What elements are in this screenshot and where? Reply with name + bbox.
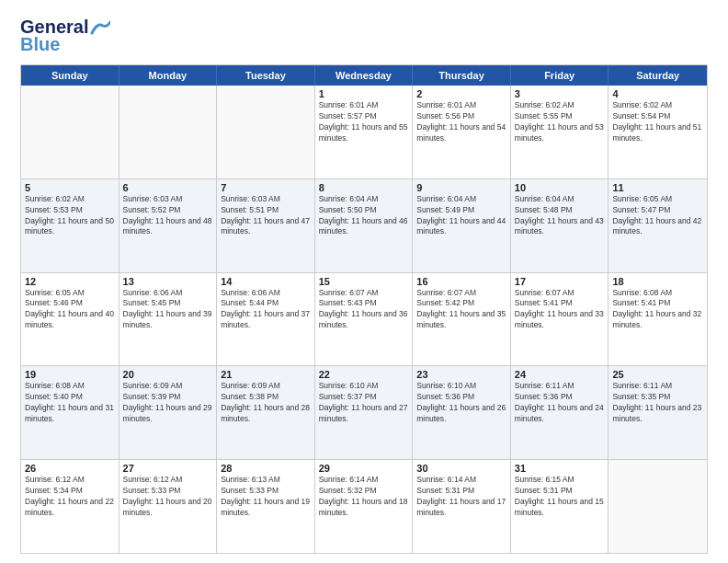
calendar-cell-r1-c2: 7 Sunrise: 6:03 AM Sunset: 5:51 PM Dayli…	[217, 179, 315, 272]
cell-info: Sunrise: 6:06 AM Sunset: 5:45 PM Dayligh…	[123, 288, 213, 332]
logo: General Blue	[20, 17, 110, 55]
day-number: 22	[319, 369, 409, 380]
cell-info: Sunrise: 6:04 AM Sunset: 5:49 PM Dayligh…	[416, 194, 506, 238]
calendar-cell-r3-c6: 25 Sunrise: 6:11 AM Sunset: 5:35 PM Dayl…	[609, 366, 707, 459]
day-number: 23	[416, 369, 506, 380]
day-number: 10	[515, 182, 605, 193]
cell-info: Sunrise: 6:07 AM Sunset: 5:41 PM Dayligh…	[515, 288, 605, 332]
calendar-row-3: 19 Sunrise: 6:08 AM Sunset: 5:40 PM Dayl…	[21, 366, 707, 460]
day-number: 27	[123, 463, 213, 474]
day-number: 7	[221, 182, 311, 193]
calendar-row-4: 26 Sunrise: 6:12 AM Sunset: 5:34 PM Dayl…	[21, 460, 707, 553]
cell-info: Sunrise: 6:12 AM Sunset: 5:33 PM Dayligh…	[123, 475, 213, 519]
cell-info: Sunrise: 6:03 AM Sunset: 5:51 PM Dayligh…	[221, 194, 311, 238]
calendar-cell-r4-c6	[609, 460, 707, 553]
cell-info: Sunrise: 6:12 AM Sunset: 5:34 PM Dayligh…	[25, 475, 115, 519]
day-number: 25	[612, 369, 703, 380]
header-friday: Friday	[511, 65, 609, 86]
calendar-cell-r0-c2	[217, 86, 315, 178]
cell-info: Sunrise: 6:04 AM Sunset: 5:50 PM Dayligh…	[319, 194, 409, 238]
cell-info: Sunrise: 6:07 AM Sunset: 5:42 PM Dayligh…	[416, 288, 506, 332]
calendar-cell-r3-c4: 23 Sunrise: 6:10 AM Sunset: 5:36 PM Dayl…	[413, 366, 511, 459]
calendar-cell-r3-c3: 22 Sunrise: 6:10 AM Sunset: 5:37 PM Dayl…	[315, 366, 414, 459]
calendar-cell-r4-c4: 30 Sunrise: 6:14 AM Sunset: 5:31 PM Dayl…	[413, 460, 511, 553]
header-tuesday: Tuesday	[217, 65, 315, 86]
day-number: 5	[25, 182, 115, 193]
calendar-cell-r3-c2: 21 Sunrise: 6:09 AM Sunset: 5:38 PM Dayl…	[217, 366, 315, 459]
calendar-cell-r4-c1: 27 Sunrise: 6:12 AM Sunset: 5:33 PM Dayl…	[119, 460, 218, 553]
cell-info: Sunrise: 6:08 AM Sunset: 5:41 PM Dayligh…	[612, 288, 703, 332]
cell-info: Sunrise: 6:04 AM Sunset: 5:48 PM Dayligh…	[515, 194, 605, 238]
logo-blue: Blue	[20, 34, 60, 55]
calendar-cell-r1-c3: 8 Sunrise: 6:04 AM Sunset: 5:50 PM Dayli…	[315, 179, 414, 272]
day-number: 15	[319, 276, 409, 287]
calendar-cell-r4-c3: 29 Sunrise: 6:14 AM Sunset: 5:32 PM Dayl…	[315, 460, 414, 553]
day-number: 31	[515, 463, 605, 474]
cell-info: Sunrise: 6:14 AM Sunset: 5:32 PM Dayligh…	[319, 475, 409, 519]
day-number: 18	[612, 276, 703, 287]
day-number: 20	[123, 369, 213, 380]
cell-info: Sunrise: 6:02 AM Sunset: 5:53 PM Dayligh…	[25, 194, 115, 238]
calendar-cell-r1-c1: 6 Sunrise: 6:03 AM Sunset: 5:52 PM Dayli…	[119, 179, 218, 272]
day-number: 24	[515, 369, 605, 380]
cell-info: Sunrise: 6:10 AM Sunset: 5:36 PM Dayligh…	[416, 381, 506, 425]
calendar-cell-r3-c1: 20 Sunrise: 6:09 AM Sunset: 5:39 PM Dayl…	[119, 366, 218, 459]
calendar-cell-r3-c0: 19 Sunrise: 6:08 AM Sunset: 5:40 PM Dayl…	[21, 366, 119, 459]
header: General Blue	[20, 17, 708, 55]
cell-info: Sunrise: 6:01 AM Sunset: 5:57 PM Dayligh…	[319, 100, 409, 144]
day-number: 28	[221, 463, 311, 474]
day-number: 3	[515, 88, 605, 99]
calendar-cell-r2-c5: 17 Sunrise: 6:07 AM Sunset: 5:41 PM Dayl…	[511, 273, 609, 366]
day-number: 11	[612, 182, 703, 193]
day-number: 12	[25, 276, 115, 287]
day-number: 13	[123, 276, 213, 287]
calendar-cell-r2-c4: 16 Sunrise: 6:07 AM Sunset: 5:42 PM Dayl…	[413, 273, 511, 366]
cell-info: Sunrise: 6:05 AM Sunset: 5:47 PM Dayligh…	[612, 194, 703, 238]
calendar-cell-r0-c3: 1 Sunrise: 6:01 AM Sunset: 5:57 PM Dayli…	[315, 86, 414, 178]
cell-info: Sunrise: 6:07 AM Sunset: 5:43 PM Dayligh…	[319, 288, 409, 332]
calendar-cell-r2-c1: 13 Sunrise: 6:06 AM Sunset: 5:45 PM Dayl…	[119, 273, 218, 366]
calendar-cell-r0-c5: 3 Sunrise: 6:02 AM Sunset: 5:55 PM Dayli…	[511, 86, 609, 178]
header-monday: Monday	[119, 65, 218, 86]
cell-info: Sunrise: 6:09 AM Sunset: 5:39 PM Dayligh…	[123, 381, 213, 425]
cell-info: Sunrise: 6:09 AM Sunset: 5:38 PM Dayligh…	[221, 381, 311, 425]
page: General Blue Sunday Monday Tuesday Wedne…	[0, 0, 728, 563]
cell-info: Sunrise: 6:06 AM Sunset: 5:44 PM Dayligh…	[221, 288, 311, 332]
header-saturday: Saturday	[609, 65, 707, 86]
day-number: 30	[416, 463, 506, 474]
day-number: 8	[319, 182, 409, 193]
calendar-cell-r2-c3: 15 Sunrise: 6:07 AM Sunset: 5:43 PM Dayl…	[315, 273, 414, 366]
day-number: 19	[25, 369, 115, 380]
day-number: 14	[221, 276, 311, 287]
cell-info: Sunrise: 6:08 AM Sunset: 5:40 PM Dayligh…	[25, 381, 115, 425]
cell-info: Sunrise: 6:02 AM Sunset: 5:55 PM Dayligh…	[515, 100, 605, 144]
cell-info: Sunrise: 6:15 AM Sunset: 5:31 PM Dayligh…	[515, 475, 605, 519]
day-number: 6	[123, 182, 213, 193]
cell-info: Sunrise: 6:11 AM Sunset: 5:36 PM Dayligh…	[515, 381, 605, 425]
calendar-row-2: 12 Sunrise: 6:05 AM Sunset: 5:46 PM Dayl…	[21, 273, 707, 367]
day-number: 2	[416, 88, 506, 99]
logo-bird-icon	[90, 20, 110, 35]
calendar-cell-r4-c0: 26 Sunrise: 6:12 AM Sunset: 5:34 PM Dayl…	[21, 460, 119, 553]
cell-info: Sunrise: 6:05 AM Sunset: 5:46 PM Dayligh…	[25, 288, 115, 332]
calendar-cell-r0-c6: 4 Sunrise: 6:02 AM Sunset: 5:54 PM Dayli…	[609, 86, 707, 178]
calendar-header: Sunday Monday Tuesday Wednesday Thursday…	[21, 65, 707, 86]
calendar-cell-r0-c0	[21, 86, 119, 178]
calendar-cell-r3-c5: 24 Sunrise: 6:11 AM Sunset: 5:36 PM Dayl…	[511, 366, 609, 459]
cell-info: Sunrise: 6:14 AM Sunset: 5:31 PM Dayligh…	[416, 475, 506, 519]
day-number: 21	[221, 369, 311, 380]
day-number: 26	[25, 463, 115, 474]
calendar-cell-r0-c4: 2 Sunrise: 6:01 AM Sunset: 5:56 PM Dayli…	[413, 86, 511, 178]
cell-info: Sunrise: 6:03 AM Sunset: 5:52 PM Dayligh…	[123, 194, 213, 238]
calendar-cell-r1-c5: 10 Sunrise: 6:04 AM Sunset: 5:48 PM Dayl…	[511, 179, 609, 272]
calendar-cell-r2-c2: 14 Sunrise: 6:06 AM Sunset: 5:44 PM Dayl…	[217, 273, 315, 366]
calendar-cell-r2-c6: 18 Sunrise: 6:08 AM Sunset: 5:41 PM Dayl…	[609, 273, 707, 366]
cell-info: Sunrise: 6:01 AM Sunset: 5:56 PM Dayligh…	[416, 100, 506, 144]
calendar-row-1: 5 Sunrise: 6:02 AM Sunset: 5:53 PM Dayli…	[21, 179, 707, 273]
cell-info: Sunrise: 6:10 AM Sunset: 5:37 PM Dayligh…	[319, 381, 409, 425]
cell-info: Sunrise: 6:11 AM Sunset: 5:35 PM Dayligh…	[612, 381, 703, 425]
calendar-cell-r1-c6: 11 Sunrise: 6:05 AM Sunset: 5:47 PM Dayl…	[609, 179, 707, 272]
calendar-cell-r4-c2: 28 Sunrise: 6:13 AM Sunset: 5:33 PM Dayl…	[217, 460, 315, 553]
calendar-cell-r0-c1	[119, 86, 218, 178]
day-number: 1	[319, 88, 409, 99]
